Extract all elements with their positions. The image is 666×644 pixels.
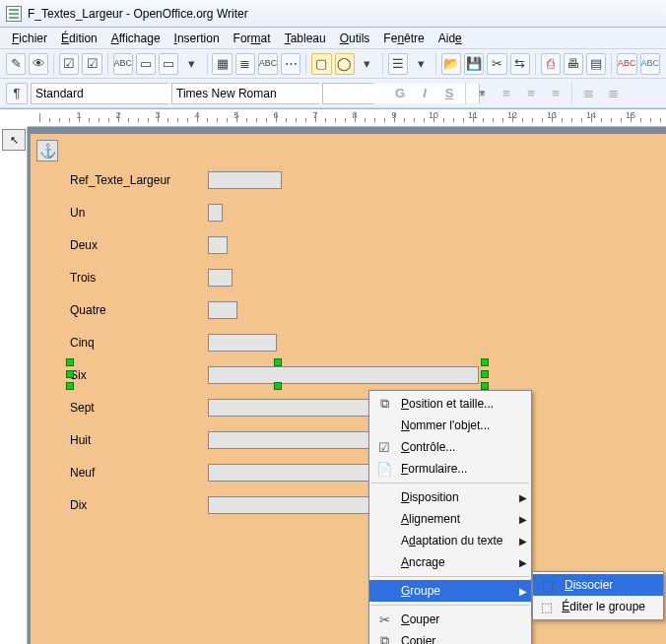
ctx-groupe[interactable]: Groupe▶	[369, 580, 531, 602]
field2-icon[interactable]: ▭	[159, 53, 178, 75]
autocorrect-icon[interactable]: ABC	[640, 53, 661, 75]
ctx-label: Couper	[401, 612, 439, 626]
edit-file-icon[interactable]: ✎	[6, 53, 26, 75]
selection-handle[interactable]	[481, 370, 489, 378]
style-select[interactable]: ▾	[31, 83, 168, 104]
styles-window-icon[interactable]: ¶	[6, 83, 28, 104]
selection-handle[interactable]	[66, 358, 74, 366]
form-row: Trois	[70, 267, 233, 289]
save-icon[interactable]: 💾	[464, 53, 484, 75]
vertical-ruler[interactable]: ↖	[0, 127, 28, 644]
checkbox-icon[interactable]: ☑	[59, 53, 79, 75]
selection-handle[interactable]	[481, 382, 489, 390]
size-select[interactable]: ▾	[322, 83, 373, 104]
underline-button[interactable]: S	[438, 83, 460, 104]
preview-icon[interactable]: 👁	[29, 53, 48, 75]
selection-handle[interactable]	[66, 382, 74, 390]
ctx-label: Formulaire...	[401, 462, 467, 476]
align-right-icon[interactable]: ≡	[520, 83, 542, 104]
ctx-adaptation-du-texte[interactable]: Adaptation du texte▶	[369, 530, 531, 551]
form-field[interactable]	[208, 366, 479, 384]
canvas[interactable]: ⚓ Ref_Texte_LargeurUnDeuxTroisQuatreCinq…	[28, 127, 666, 644]
ctx-label: Adaptation du texte	[401, 534, 502, 547]
ctx-couper[interactable]: ✂Couper	[369, 609, 531, 630]
ctx-formulaire-[interactable]: 📄Formulaire...	[369, 458, 531, 480]
bold-button[interactable]: G	[389, 83, 411, 104]
toggle-icon[interactable]: ⇆	[510, 53, 530, 75]
menu-aide[interactable]: Aide	[433, 30, 468, 47]
align-justify-icon[interactable]: ≡	[545, 83, 566, 104]
oval-icon[interactable]: ◯	[335, 53, 355, 75]
menu-tableau[interactable]: Tableau	[279, 30, 332, 47]
abc-icon[interactable]: ABC	[258, 53, 279, 75]
form-field[interactable]	[208, 269, 233, 287]
font-input[interactable]	[172, 84, 328, 103]
form-label: Quatre	[70, 303, 208, 317]
form-props-icon[interactable]: ☰	[388, 53, 408, 75]
menu-fichier[interactable]: Fichier	[6, 30, 53, 47]
menu-édition[interactable]: Édition	[55, 30, 103, 47]
context-menu: ⧉Position et taille...Nommer l'objet...☑…	[368, 390, 532, 644]
menu-insertion[interactable]: Insertion	[168, 30, 226, 47]
align-center-icon[interactable]: ≡	[496, 83, 517, 104]
shape-icon[interactable]: ▢	[311, 53, 331, 75]
numbered-list-icon[interactable]: ≣	[577, 83, 599, 104]
checkbox2-icon[interactable]: ☑	[82, 53, 101, 75]
cursor-tool-icon[interactable]: ↖	[2, 129, 26, 151]
chevron-right-icon: ▶	[519, 586, 527, 597]
dd3-icon[interactable]: ▾	[411, 53, 431, 75]
menu-outils[interactable]: Outils	[334, 30, 376, 47]
horizontal-ruler[interactable]: 123456789101112131415	[28, 109, 666, 127]
selection-handle[interactable]	[66, 370, 74, 378]
form-field[interactable]	[208, 431, 395, 449]
dd-icon[interactable]: ▾	[181, 53, 201, 75]
align-left-icon[interactable]: ≡	[471, 83, 493, 104]
form-field[interactable]	[208, 334, 277, 352]
font-select[interactable]: ▾	[171, 83, 319, 104]
bullet-list-icon[interactable]: ≣	[602, 83, 624, 104]
grid-icon[interactable]: ▦	[212, 53, 232, 75]
style-input[interactable]	[32, 84, 187, 103]
spellcheck-icon[interactable]: ABC	[617, 53, 637, 75]
cut-icon[interactable]: ✂	[487, 53, 506, 75]
ctx-disposition[interactable]: Disposition▶	[369, 486, 531, 508]
menu-format[interactable]: Format	[228, 30, 277, 47]
form-field[interactable]	[208, 204, 223, 222]
col-icon[interactable]: ▤	[586, 53, 606, 75]
open-icon[interactable]: 📂	[441, 53, 461, 75]
menu-fenêtre[interactable]: Fenêtre	[377, 30, 430, 47]
form-label: Neuf	[70, 466, 208, 480]
ctx-alignement[interactable]: Alignement▶	[369, 508, 531, 530]
ctx-label: Ancrage	[401, 555, 445, 569]
form-field[interactable]	[208, 301, 237, 319]
form-row: Un	[70, 202, 223, 224]
ctx-nommer-l-objet-[interactable]: Nommer l'objet...	[369, 415, 531, 436]
dd2-icon[interactable]: ▾	[358, 53, 377, 75]
ctx--diter-le-groupe[interactable]: ⬚Éditer le groupe	[533, 596, 663, 617]
form-field[interactable]	[208, 171, 282, 189]
ctx-dissocier[interactable]: ⬚Dissocier	[533, 574, 663, 596]
selection-handle[interactable]	[274, 358, 282, 366]
ctx-copier[interactable]: ⧉Copier	[369, 630, 531, 644]
field-icon[interactable]: ▭	[136, 53, 156, 75]
ctx-label: Groupe	[401, 584, 440, 598]
form-field[interactable]	[208, 236, 228, 254]
anchor-icon[interactable]: ⚓	[36, 140, 58, 161]
ctx-ancrage[interactable]: Ancrage▶	[369, 551, 531, 573]
form-label: Huit	[70, 433, 208, 447]
list-icon[interactable]: ≣	[235, 53, 255, 75]
selection-handle[interactable]	[481, 358, 489, 366]
ctx-position-et-taille-[interactable]: ⧉Position et taille...	[369, 393, 531, 415]
more-icon[interactable]: ⋯	[281, 53, 300, 75]
selection-handle[interactable]	[274, 382, 282, 390]
abc-box-icon[interactable]: ABC	[113, 53, 134, 75]
italic-button[interactable]: I	[414, 83, 435, 104]
ctx-contr-le-[interactable]: ☑Contrôle...	[369, 436, 531, 458]
form-label: Trois	[70, 271, 208, 285]
ctx-label: Alignement	[401, 512, 460, 526]
form-field[interactable]	[208, 399, 385, 417]
menu-affichage[interactable]: Affichage	[105, 30, 166, 47]
print-icon[interactable]: 🖶	[564, 53, 583, 75]
page[interactable]: ⚓ Ref_Texte_LargeurUnDeuxTroisQuatreCinq…	[30, 133, 666, 644]
pdf-icon[interactable]: ⎙	[541, 53, 561, 75]
